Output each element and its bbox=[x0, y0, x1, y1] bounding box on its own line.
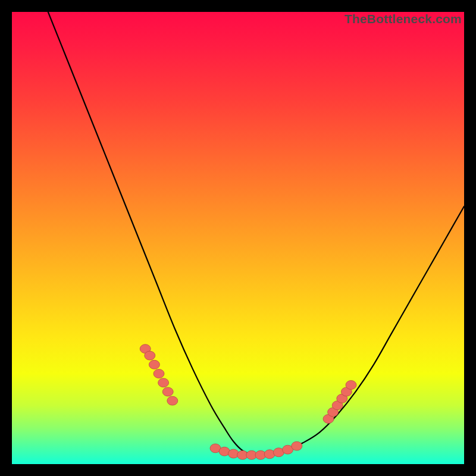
curve-right-curve bbox=[261, 206, 464, 455]
plot-area: TheBottleneck.com bbox=[12, 12, 464, 464]
watermark-text: TheBottleneck.com bbox=[345, 12, 462, 26]
data-marker bbox=[149, 360, 159, 369]
data-marker bbox=[154, 369, 164, 378]
data-marker bbox=[162, 387, 173, 396]
marker-group bbox=[140, 345, 356, 460]
data-marker bbox=[292, 441, 302, 450]
curve-left-curve bbox=[48, 12, 261, 455]
chart-svg bbox=[12, 12, 464, 464]
chart-frame: TheBottleneck.com bbox=[12, 12, 464, 464]
data-marker bbox=[167, 396, 178, 405]
data-marker bbox=[158, 378, 169, 387]
data-marker bbox=[145, 351, 155, 360]
curve-group bbox=[48, 12, 464, 455]
data-marker bbox=[346, 381, 356, 390]
